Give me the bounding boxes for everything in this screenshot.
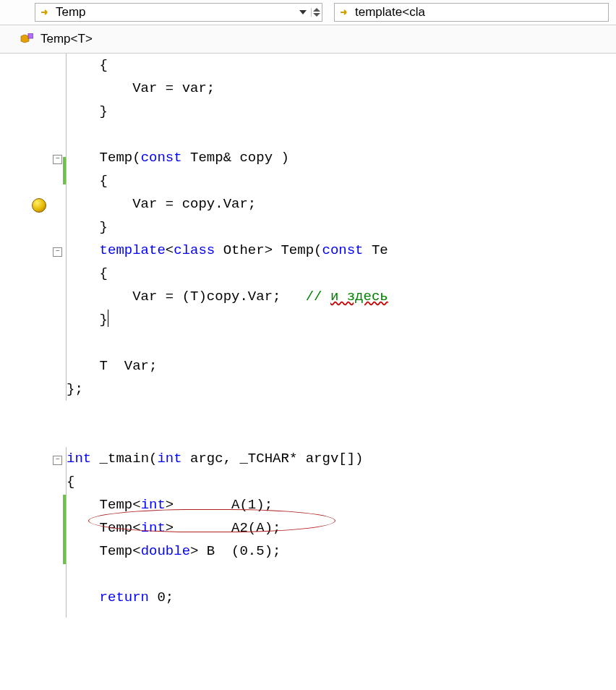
code-line: Var = (T)copy.Var; // и здесь <box>67 285 616 308</box>
code-line <box>67 123 616 146</box>
code-line: { <box>67 54 616 77</box>
code-line <box>67 331 616 354</box>
spin-up-icon <box>313 8 320 12</box>
collapse-icon[interactable]: − <box>53 456 62 465</box>
scope-member-text: template<cla <box>355 5 607 20</box>
code-line: { <box>67 169 616 192</box>
scope-dropdown-member[interactable]: template<cla <box>334 3 609 22</box>
code-line: T Var; <box>67 354 616 378</box>
code-editor[interactable]: − − − { Var = var; } Temp(const Temp& co… <box>0 54 616 690</box>
scope-dropdown-class[interactable]: Temp <box>35 3 322 22</box>
svg-rect-1 <box>28 33 33 38</box>
code-line: return 0; <box>67 586 616 609</box>
arrow-icon <box>339 7 351 17</box>
context-label: Temp<T> <box>40 32 616 46</box>
editor-gutter: − − − <box>0 54 67 690</box>
scope-class-text: Temp <box>56 5 296 20</box>
code-line: int _tmain(int argc, _TCHAR* argv[]) <box>67 447 616 470</box>
collapse-icon[interactable]: − <box>53 155 62 164</box>
context-bar: Temp<T> <box>0 25 616 54</box>
scope-dropdown-row: Temp template<cla <box>0 0 616 25</box>
arrow-icon <box>40 7 51 17</box>
code-line: } <box>67 100 616 123</box>
code-line: Var = var; <box>67 77 616 100</box>
spin-buttons[interactable] <box>311 8 320 17</box>
chevron-down-icon <box>299 10 307 14</box>
code-line: Temp<int> A(1); <box>67 493 616 516</box>
code-line: } <box>67 216 616 239</box>
code-line: Var = copy.Var; <box>67 192 616 216</box>
code-line: { <box>67 470 616 493</box>
class-icon <box>20 33 33 45</box>
code-line <box>67 563 616 586</box>
breakpoint-icon[interactable] <box>32 198 46 213</box>
code-line: Temp(const Temp& copy ) <box>67 146 616 169</box>
svg-marker-0 <box>21 35 29 43</box>
code-line: }; <box>67 378 616 401</box>
code-line: Temp<double> B (0.5); <box>67 540 616 563</box>
text-caret <box>108 310 108 327</box>
code-line <box>67 424 616 447</box>
collapse-icon[interactable]: − <box>53 247 62 257</box>
code-line: template<class Other> Temp(const Te <box>67 239 616 262</box>
code-line: { <box>67 262 616 285</box>
spin-down-icon <box>313 13 320 17</box>
code-line: } <box>67 308 616 331</box>
code-line: Temp<int> A2(A); <box>67 516 616 540</box>
code-line <box>67 401 616 424</box>
